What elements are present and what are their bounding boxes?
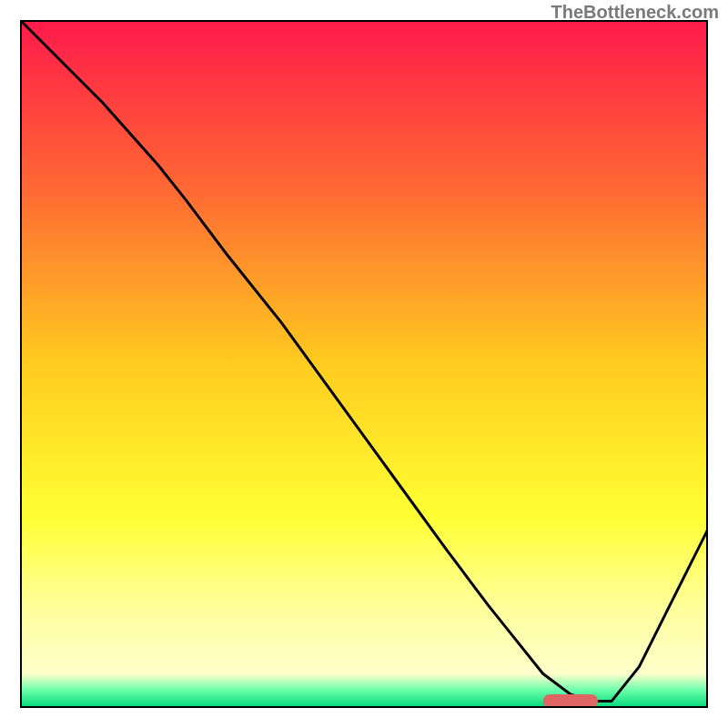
bottleneck-chart bbox=[20, 20, 708, 708]
target-marker bbox=[543, 694, 599, 708]
chart-container bbox=[20, 20, 708, 708]
gradient-background bbox=[20, 20, 708, 708]
watermark-text: TheBottleneck.com bbox=[551, 2, 719, 23]
